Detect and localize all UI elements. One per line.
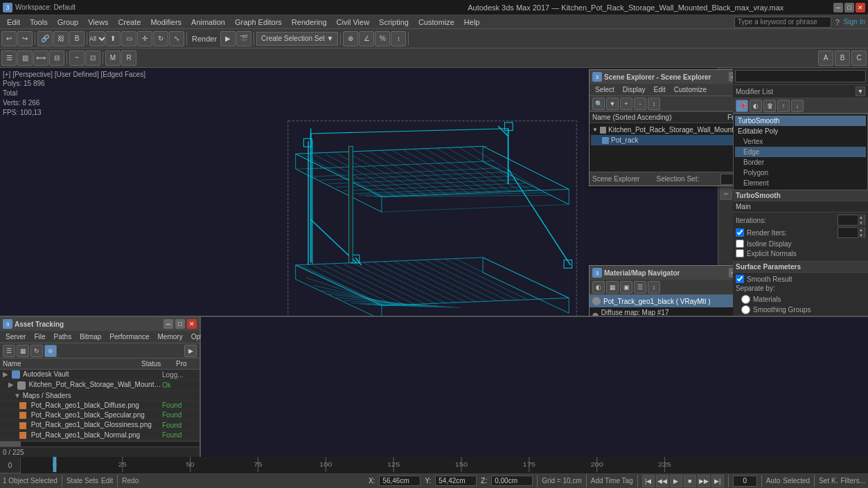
asset-minimize[interactable]: ─ <box>163 319 173 329</box>
mat-nav-minimize[interactable]: ─ <box>729 268 733 278</box>
se-tree-root[interactable]: ▼ Kitchen_Pot_Rack_Storage_Wall_Mounted_… <box>591 125 733 135</box>
asset-row-diffuse[interactable]: Pot_Rack_geo1_black_Diffuse.png Found <box>0 401 200 410</box>
move-button[interactable]: ✛ <box>137 31 152 46</box>
bind-button[interactable]: B <box>69 31 85 46</box>
asset-tb-3[interactable]: ↻ <box>30 345 43 357</box>
state-sets-btn[interactable]: State Sets <box>67 477 98 485</box>
se-sort-btn[interactable]: ↕ <box>648 98 660 110</box>
mod-editable-poly[interactable]: Editable Poly <box>735 126 866 136</box>
scene-explorer-minimize[interactable]: ─ <box>729 72 733 82</box>
smooth-result-checkbox[interactable] <box>736 275 744 283</box>
asset-hscrollbar[interactable] <box>0 441 200 446</box>
layer-manager[interactable]: ☰ <box>1 51 17 66</box>
timeline-current-frame[interactable]: 0 <box>0 458 21 473</box>
iterations-up[interactable]: ▲ <box>858 215 865 220</box>
menu-group[interactable]: Group <box>53 17 83 28</box>
mod-tool-pin[interactable]: 📌 <box>736 100 748 112</box>
material-editor[interactable]: M <box>105 51 121 66</box>
sign-in-link[interactable]: Sign In <box>844 18 865 26</box>
modifier-dropdown-btn[interactable]: ▼ <box>856 87 865 96</box>
snap-toggle[interactable]: ⊕ <box>343 31 358 46</box>
pb-play[interactable]: ▶ <box>670 475 682 487</box>
layer-list[interactable]: ▥ <box>17 51 33 66</box>
rotate-button[interactable]: ↻ <box>153 31 168 46</box>
menu-animation[interactable]: Animation <box>187 17 229 28</box>
mod-turbosmooth[interactable]: TurboSmooth <box>735 116 866 126</box>
select-filter[interactable]: All <box>89 31 105 46</box>
mat-tb-btn5[interactable]: ↕ <box>648 281 660 293</box>
mirror-button[interactable]: ⟺ <box>33 51 48 66</box>
close-button[interactable]: ✕ <box>856 3 865 12</box>
render-iters-input[interactable]: 2 <box>838 228 858 237</box>
asset-row-file[interactable]: ▶ Kitchen_Pot_Rack_Storage_Wall_Mounted_… <box>0 380 200 390</box>
schematic-view[interactable]: ⊡ <box>85 51 100 66</box>
se-menu-edit[interactable]: Edit <box>650 85 670 94</box>
menu-views[interactable]: Views <box>84 17 112 28</box>
object-search-input[interactable]: Pot rack <box>735 70 866 82</box>
mod-element[interactable]: Element <box>735 178 866 188</box>
asset-menu-paths[interactable]: Paths <box>50 332 76 341</box>
render-iters-down[interactable]: ▼ <box>858 233 865 238</box>
menu-edit[interactable]: Edit <box>3 17 24 28</box>
redo-btn[interactable]: Redo <box>122 477 139 485</box>
menu-graph-editors[interactable]: Graph Editors <box>231 17 286 28</box>
se-search-icon[interactable]: 🔍 <box>592 98 605 110</box>
keyword-search[interactable]: Type a keyword or phrase <box>734 17 831 28</box>
asset-row-maps[interactable]: ▼ Maps / Shaders <box>0 391 200 401</box>
se-collapse-btn[interactable]: - <box>634 98 646 110</box>
hscrollbar-thumb[interactable] <box>0 442 21 446</box>
asset-row-vault[interactable]: ▶ Autodesk Vault Logg... <box>0 370 200 380</box>
asset-row-glossiness[interactable]: Pot_Rack_geo1_black_Glossiness.png Found <box>0 420 200 430</box>
explicit-normals-checkbox[interactable] <box>736 249 744 257</box>
align-button[interactable]: ⊟ <box>49 51 64 66</box>
menu-create[interactable]: Create <box>114 17 145 28</box>
isoline-checkbox[interactable] <box>736 240 744 248</box>
asset-tb-2[interactable]: ▦ <box>17 345 29 357</box>
se-menu-select[interactable]: Select <box>591 85 619 94</box>
time-tag-btn[interactable]: Add Time Tag <box>591 477 633 485</box>
set-k-btn[interactable]: Set K. <box>819 477 838 485</box>
timeline-ruler[interactable]: 0 25 50 75 100 125 150 175 200 225 <box>21 457 868 474</box>
menu-customize[interactable]: Customize <box>414 17 459 28</box>
mod-border[interactable]: Border <box>735 157 866 168</box>
selection-set-input[interactable] <box>720 174 733 185</box>
curve-editor[interactable]: ~ <box>69 51 85 66</box>
select-button[interactable]: ⬆ <box>105 31 121 46</box>
menu-modifiers[interactable]: Modifiers <box>146 17 186 28</box>
spinner-snap[interactable]: ↕ <box>391 31 406 46</box>
asset-row-specular[interactable]: Pot_Rack_geo1_black_Specular.png Found <box>0 410 200 420</box>
pb-prev-key[interactable]: |◀ <box>642 475 655 487</box>
menu-tools[interactable]: Tools <box>26 17 52 28</box>
asset-tb-right[interactable]: ▶ <box>184 345 197 357</box>
menu-scripting[interactable]: Scripting <box>375 17 413 28</box>
mat-tb-btn2[interactable]: ▦ <box>606 281 619 293</box>
select-filter-dropdown[interactable]: All <box>87 35 107 43</box>
mat-item-0[interactable]: Diffuse map: Map #17 (Pot_Rack_geo1_blac… <box>590 307 733 316</box>
se-filter-btn[interactable]: ▼ <box>606 98 619 110</box>
vp-tool-10[interactable]: ✂ <box>720 188 732 200</box>
iterations-input[interactable]: 0 <box>838 215 858 225</box>
mod-vertex[interactable]: Vertex <box>735 136 866 147</box>
asset-row-normal[interactable]: Pot_Rack_geo1_black_Normal.png Found <box>0 431 200 440</box>
undo-button[interactable]: ↩ <box>1 31 17 46</box>
asset-menu-file[interactable]: File <box>30 332 49 341</box>
mod-polygon[interactable]: Polygon <box>735 168 866 178</box>
asset-menu-bitmap[interactable]: Bitmap <box>76 332 105 341</box>
mod-edge[interactable]: Edge <box>735 147 866 157</box>
viewport-container[interactable]: [+] [Perspective] [User Defined] [Edged … <box>0 68 733 316</box>
link-button[interactable]: 🔗 <box>37 31 53 46</box>
minimize-button[interactable]: ─ <box>833 3 843 12</box>
render-iters-up[interactable]: ▲ <box>858 227 865 233</box>
edit-btn[interactable]: Edit <box>101 477 113 485</box>
asset-maximize[interactable]: □ <box>175 319 185 329</box>
mod-tool-delete[interactable]: 🗑 <box>763 100 776 112</box>
frame-input[interactable]: 0 <box>733 476 757 487</box>
tb-icon-2[interactable]: B <box>835 51 850 66</box>
filters-btn[interactable]: Filters... <box>840 477 865 485</box>
tb-icon-3[interactable]: C <box>851 51 867 66</box>
angle-snap[interactable]: ∠ <box>359 31 374 46</box>
se-menu-display[interactable]: Display <box>619 85 650 94</box>
pb-stop[interactable]: ■ <box>684 475 696 487</box>
unlink-button[interactable]: ⛓ <box>53 31 69 46</box>
render-button[interactable]: R <box>121 51 136 66</box>
